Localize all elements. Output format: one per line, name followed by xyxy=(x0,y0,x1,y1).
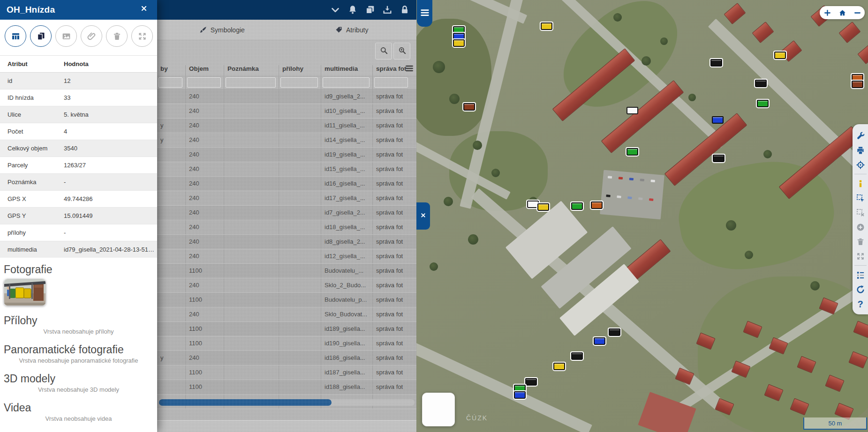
waste-container-marker[interactable] xyxy=(463,104,475,111)
waste-container-marker[interactable] xyxy=(571,353,583,360)
copy-button[interactable] xyxy=(30,25,52,47)
home-button[interactable] xyxy=(838,8,847,17)
menu-button[interactable] xyxy=(417,0,432,27)
info-button[interactable] xyxy=(855,179,866,189)
image-button[interactable] xyxy=(55,25,77,47)
table-row[interactable]: 240id15_gisella_...správa fot xyxy=(157,162,416,177)
collapse-panel-button[interactable] xyxy=(416,202,430,230)
table-row[interactable]: y240id186_gisella...správa fot xyxy=(157,351,416,365)
column-header-typ[interactable]: by xyxy=(157,65,186,76)
table-row[interactable]: 1100Budovatelu_...správa fot xyxy=(157,264,416,278)
filter-input-multimedia[interactable] xyxy=(323,77,370,88)
photo-management-button[interactable]: správa fot xyxy=(373,104,416,118)
photo-management-button[interactable]: správa fot xyxy=(373,89,416,104)
photo-management-button[interactable]: správa fot xyxy=(373,380,416,394)
trash-button[interactable] xyxy=(106,25,128,47)
photo-management-button[interactable]: správa fot xyxy=(373,191,416,205)
wrench-button[interactable] xyxy=(855,131,866,141)
table-row[interactable]: 1100Budovatelu_p...správa fot xyxy=(157,293,416,307)
waste-container-marker[interactable] xyxy=(609,329,620,336)
photo-management-button[interactable]: správa fot xyxy=(373,220,416,234)
table-row[interactable]: y240id14_gisella_...správa fot xyxy=(157,133,416,148)
search-zoom-button[interactable] xyxy=(393,43,410,60)
table-row[interactable]: 240id10_gisella_...správa fot xyxy=(157,104,416,119)
photo-management-button[interactable]: správa fot xyxy=(373,264,416,278)
waste-container-marker[interactable] xyxy=(514,386,526,399)
column-header-prilohy[interactable]: přílohy xyxy=(279,65,321,76)
help-button[interactable]: ? xyxy=(855,299,866,309)
photo-management-button[interactable]: správa fot xyxy=(373,177,416,191)
table-row[interactable]: 240id12_gisella_...správa fot xyxy=(157,249,416,264)
waste-container-marker[interactable] xyxy=(626,108,638,114)
waste-container-marker[interactable] xyxy=(757,101,769,107)
overview-map-widget[interactable] xyxy=(422,393,455,426)
column-header-multimedia[interactable]: multimedia xyxy=(321,65,373,76)
table-row[interactable]: 240id7_gisella_2...správa fot xyxy=(157,206,416,220)
photo-management-button[interactable]: správa fot xyxy=(373,148,416,162)
tab-atributy[interactable]: Atributy xyxy=(287,20,417,40)
close-button[interactable] xyxy=(140,5,151,15)
table-row[interactable]: 240id19_gisella_...správa fot xyxy=(157,148,416,162)
photo-management-button[interactable]: správa fot xyxy=(373,365,416,380)
select-button[interactable] xyxy=(855,193,866,203)
table-button[interactable] xyxy=(5,25,26,47)
column-header-poznamka[interactable]: Poznámka xyxy=(224,65,279,76)
search-button[interactable] xyxy=(375,43,392,60)
table-row[interactable]: y240id11_gisella_...správa fot xyxy=(157,119,416,133)
waste-container-marker[interactable] xyxy=(626,149,638,156)
waste-container-marker[interactable] xyxy=(453,27,465,47)
photo-management-button[interactable]: správa fot xyxy=(373,351,416,365)
history-button[interactable] xyxy=(855,284,866,295)
waste-container-marker[interactable] xyxy=(594,338,605,345)
waste-container-marker[interactable] xyxy=(541,23,552,30)
legend-button[interactable] xyxy=(855,270,866,280)
photo-thumbnail[interactable] xyxy=(4,279,46,306)
table-row[interactable]: 1100id187_gisella...správa fot xyxy=(157,365,416,380)
copies-icon[interactable] xyxy=(365,5,375,15)
waste-container-marker[interactable] xyxy=(553,364,565,370)
filter-input-prilohy[interactable] xyxy=(280,77,318,88)
waste-container-marker[interactable] xyxy=(525,379,537,386)
photo-management-button[interactable]: správa fot xyxy=(373,307,416,321)
filter-input-typ[interactable] xyxy=(159,77,182,88)
map-canvas[interactable]: ČÚZK ? 50 m xyxy=(416,0,868,432)
waste-container-marker[interactable] xyxy=(712,117,724,124)
filter-input-sprava[interactable] xyxy=(374,77,408,88)
table-row[interactable]: 240Sklo_2_Budo...správa fot xyxy=(157,278,416,293)
waste-container-marker[interactable] xyxy=(774,52,786,59)
table-row[interactable]: 240id16_gisella_...správa fot xyxy=(157,177,416,191)
photo-management-button[interactable]: správa fot xyxy=(373,235,416,249)
bell-icon[interactable] xyxy=(347,5,358,15)
waste-container-marker[interactable] xyxy=(537,204,549,211)
expand-button[interactable] xyxy=(131,25,153,47)
tab-symbologie[interactable]: Symbologie xyxy=(157,20,287,40)
table-row[interactable]: 240id9_gisella_2...správa fot xyxy=(157,89,416,104)
target-button[interactable] xyxy=(855,160,866,170)
photo-management-button[interactable]: správa fot xyxy=(373,278,416,292)
printer-button[interactable] xyxy=(855,145,866,156)
waste-container-marker[interactable] xyxy=(571,203,583,210)
waste-container-marker[interactable] xyxy=(755,81,767,87)
paperclip-button[interactable] xyxy=(81,25,102,47)
filter-input-objem[interactable] xyxy=(187,77,221,88)
table-row[interactable]: 1100id190_gisella...správa fot xyxy=(157,336,416,351)
photo-management-button[interactable]: správa fot xyxy=(373,162,416,176)
waste-container-marker[interactable] xyxy=(713,156,725,162)
table-row[interactable]: 240id18_gisella_...správa fot xyxy=(157,220,416,235)
waste-container-marker[interactable] xyxy=(710,60,722,67)
filter-input-poznamka[interactable] xyxy=(226,77,276,88)
table-row[interactable]: 240Sklo_Budovat...správa fot xyxy=(157,307,416,322)
table-row[interactable]: 240id17_gisella_...správa fot xyxy=(157,191,416,206)
photo-management-button[interactable]: správa fot xyxy=(373,293,416,307)
photo-management-button[interactable]: správa fot xyxy=(373,322,416,336)
photo-management-button[interactable]: správa fot xyxy=(373,336,416,350)
photo-management-button[interactable]: správa fot xyxy=(373,119,416,133)
photo-management-button[interactable]: správa fot xyxy=(373,249,416,263)
horizontal-scrollbar[interactable] xyxy=(159,399,415,406)
minus-button[interactable] xyxy=(853,8,862,17)
table-row[interactable]: 1100id189_gisella...správa fot xyxy=(157,322,416,336)
waste-container-marker[interactable] xyxy=(591,202,603,209)
waste-container-marker[interactable] xyxy=(852,75,863,88)
chevron-down-icon[interactable] xyxy=(330,5,340,15)
column-header-objem[interactable]: Objem xyxy=(186,65,224,76)
